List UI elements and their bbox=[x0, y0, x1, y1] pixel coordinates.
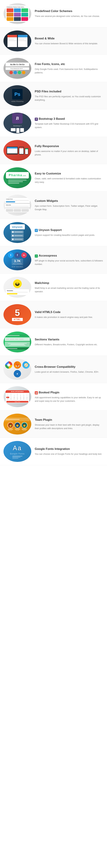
feature-content-crossbrowser: Cross-Browser CompatibilityLooks good on… bbox=[35, 365, 104, 374]
feature-content-unyson: UUnyson SupportUnyson support for creati… bbox=[35, 228, 104, 237]
feature-title-boxed-wide: Boxed & Wide bbox=[35, 37, 104, 40]
feature-list: Customize Theme Color Sche... Predefined… bbox=[0, 0, 107, 465]
feature-image-unyson: Unyson bbox=[3, 222, 31, 243]
feature-title-accesspress: ✓Accesspress bbox=[35, 254, 104, 258]
feature-content-bootstrap: BBootstrap 3 BasedTemplate built with Tw… bbox=[35, 117, 104, 129]
feature-item-psd-files: Ps Adobe Photoshop PSD Files includedThe… bbox=[0, 82, 107, 110]
feature-title-widgets: Custom Widgets bbox=[35, 199, 104, 203]
feature-desc-widgets: Ajax contact form. Subscription form. Tw… bbox=[35, 204, 104, 211]
feature-item-sections: Sections VariantsDifferent Headers, Brea… bbox=[0, 329, 107, 356]
feature-desc-bootstrap: Template built with Twitter Bootstrap CS… bbox=[35, 122, 104, 129]
feature-image-team: 👩 👨 👩 bbox=[3, 413, 31, 435]
feature-item-crossbrowser: 🦊 🧭 e Cross-Browser CompatibilityLooks g… bbox=[0, 356, 107, 383]
feature-title-googlefonts: Google Fonts Integration bbox=[35, 447, 104, 451]
feature-title-crossbrowser: Cross-Browser Compatibility bbox=[35, 365, 104, 369]
feature-content-psd-files: PSD Files includedThe PSD files are perf… bbox=[35, 90, 104, 102]
feature-desc-psd-files: The PSD files are perfectly organized, s… bbox=[35, 95, 104, 102]
feature-image-customize: Pharma.com bbox=[3, 167, 31, 188]
feature-item-html5: 5 HTML Valid HTML5 CodeIt makes site pro… bbox=[0, 301, 107, 329]
feature-item-widgets: Contact Form Subscribe Custom WidgetsAja… bbox=[0, 191, 107, 219]
svg-point-3 bbox=[18, 283, 18, 284]
feature-content-mailchimp: MailchimpMailChimp is an email marketing… bbox=[35, 281, 104, 293]
feature-content-booked: 📅Booked PluginAdd appointment booking ca… bbox=[35, 391, 104, 403]
feature-item-booked: BOOK APPOINTMENT SMTWTFS 123456789101112… bbox=[0, 383, 107, 410]
feature-image-booked: BOOK APPOINTMENT SMTWTFS 123456789101112… bbox=[3, 386, 31, 407]
feature-desc-mailchimp: MailChimp is an email marketing service … bbox=[35, 286, 104, 293]
feature-image-sections bbox=[3, 332, 31, 352]
feature-content-sections: Sections VariantsDifferent Headers, Brea… bbox=[35, 338, 104, 346]
feature-image-mailchimp: Newsletter bbox=[3, 277, 31, 298]
feature-desc-responsive: Looks awesome no matter if your visitors… bbox=[35, 150, 104, 157]
feature-item-bootstrap: B Bootstrap 3 BBootstrap 3 BasedTemplate… bbox=[0, 110, 107, 137]
feature-desc-boxed-wide: You can choose between Boxed & Wide vers… bbox=[35, 42, 104, 45]
feature-item-team: 👩 👨 👩 Team PluginShowcase bbox=[0, 410, 107, 438]
feature-image-responsive bbox=[3, 140, 31, 161]
feature-title-unyson: UUnyson Support bbox=[35, 228, 104, 232]
feature-desc-customize: Clean, valid, well commented & formatted… bbox=[35, 177, 104, 184]
feature-item-unyson: Unyson UUnyson SupportUnyson sup bbox=[0, 219, 107, 246]
feature-content-customize: Easy to CustomizeClean, valid, well comm… bbox=[35, 172, 104, 184]
feature-title-sections: Sections Variants bbox=[35, 338, 104, 341]
feature-title-team: Team Plugin bbox=[35, 418, 104, 422]
feature-title-html5: Valid HTML5 Code bbox=[35, 310, 104, 314]
svg-point-2 bbox=[16, 283, 17, 284]
feature-content-team: Team PluginShowcase your team in their b… bbox=[35, 418, 104, 430]
feature-image-free-fonts: Aa Bb Cc Dd Ee Font Awesome ★ ♥ → bbox=[3, 58, 31, 79]
feature-title-booked: 📅Booked Plugin bbox=[35, 391, 104, 395]
feature-title-color-schemes: Predefined Color Schemes bbox=[35, 9, 104, 13]
feature-title-customize: Easy to Customize bbox=[35, 172, 104, 176]
feature-title-bootstrap: BBootstrap 3 Based bbox=[35, 117, 104, 121]
feature-image-boxed-wide bbox=[3, 31, 31, 52]
feature-image-bootstrap: B Bootstrap 3 bbox=[3, 113, 31, 133]
feature-image-accesspress: t f in 3.7K FOLLOWERS 53.8K Subscribers bbox=[3, 249, 31, 270]
feature-desc-unyson: Unyson support for creating beautiful cu… bbox=[35, 234, 104, 237]
feature-content-widgets: Custom WidgetsAjax contact form. Subscri… bbox=[35, 199, 104, 211]
feature-item-accesspress: t f in 3.7K FOLLOWERS 53.8K Subscribers … bbox=[0, 246, 107, 274]
feature-image-widgets: Contact Form Subscribe bbox=[3, 195, 31, 216]
feature-item-googlefonts: Aa Google Fonts Google Fonts Integration… bbox=[0, 438, 107, 465]
feature-image-psd-files: Ps Adobe Photoshop bbox=[3, 85, 31, 106]
feature-content-accesspress: ✓AccesspressWP plugin to display your so… bbox=[35, 254, 104, 266]
feature-content-responsive: Fully ResponsiveLooks awesome no matter … bbox=[35, 144, 104, 157]
feature-desc-sections: Different Headers, Breadcrumbs, Footers,… bbox=[35, 343, 104, 346]
feature-title-free-fonts: Free Fonts, Icons, etc bbox=[35, 62, 104, 66]
feature-image-crossbrowser: 🦊 🧭 e bbox=[3, 359, 31, 380]
feature-desc-html5: It makes site promotion in search engine… bbox=[35, 315, 104, 319]
feature-title-mailchimp: Mailchimp bbox=[35, 281, 104, 285]
feature-content-googlefonts: Google Fonts IntegrationYou can choose o… bbox=[35, 447, 104, 456]
feature-item-free-fonts: Aa Bb Cc Dd Ee Font Awesome ★ ♥ → Free F… bbox=[0, 55, 107, 82]
feature-image-googlefonts: Aa Google Fonts bbox=[3, 441, 31, 462]
feature-title-responsive: Fully Responsive bbox=[35, 144, 104, 148]
feature-item-color-schemes: Customize Theme Color Sche... Predefined… bbox=[0, 0, 107, 27]
feature-desc-googlefonts: You can choose one of Google Fonts for y… bbox=[35, 452, 104, 456]
feature-title-psd-files: PSD Files included bbox=[35, 90, 104, 93]
feature-image-color-schemes: Customize Theme Color Sche... bbox=[3, 3, 31, 24]
feature-image-html5: 5 HTML bbox=[3, 304, 31, 325]
feature-content-free-fonts: Free Fonts, Icons, etcOnly Google Fonts … bbox=[35, 62, 104, 74]
feature-desc-team: Showcase your team in their best with th… bbox=[35, 423, 104, 430]
feature-item-responsive: Fully ResponsiveLooks awesome no matter … bbox=[0, 137, 107, 164]
feature-item-mailchimp: Newsletter MailchimpMailChimp is an emai… bbox=[0, 274, 107, 301]
feature-desc-crossbrowser: Looks good on all modern browsers. Firef… bbox=[35, 370, 104, 374]
feature-desc-booked: Add appointment booking capabilities to … bbox=[35, 396, 104, 403]
feature-desc-color-schemes: There are several pre-designed color sch… bbox=[35, 14, 104, 18]
feature-desc-free-fonts: Only Google Fonts used. Font Awesome ico… bbox=[35, 67, 104, 74]
feature-content-html5: Valid HTML5 CodeIt makes site promotion … bbox=[35, 310, 104, 319]
feature-item-customize: Pharma.com Easy to CustomizeClean, valid… bbox=[0, 164, 107, 191]
feature-content-color-schemes: Predefined Color SchemesThere are severa… bbox=[35, 9, 104, 18]
feature-desc-accesspress: WP plugin to display your social account… bbox=[35, 259, 104, 266]
feature-item-boxed-wide: Boxed & WideYou can choose between Boxed… bbox=[0, 27, 107, 55]
feature-content-boxed-wide: Boxed & WideYou can choose between Boxed… bbox=[35, 37, 104, 45]
